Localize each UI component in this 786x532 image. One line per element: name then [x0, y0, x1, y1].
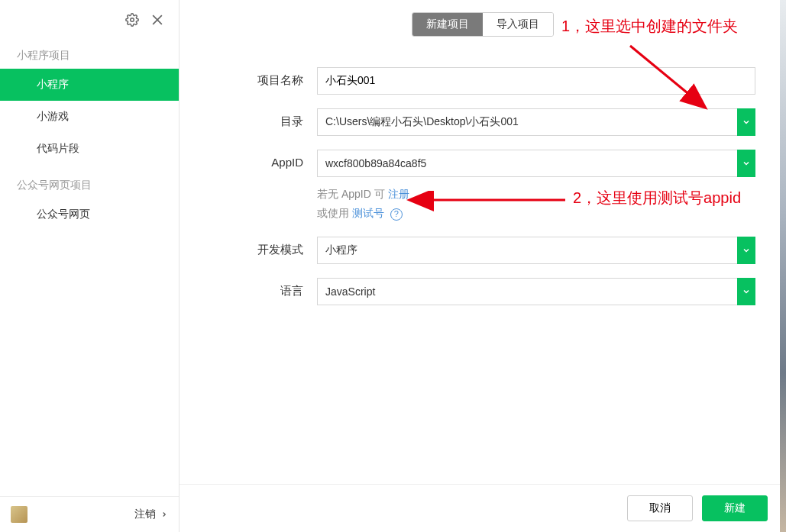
logout-button[interactable]: 注销: [134, 508, 168, 521]
label-dev-mode: 开发模式: [210, 237, 317, 257]
tab-new-project[interactable]: 新建项目: [412, 13, 483, 36]
form: 项目名称 目录 C:\Users\编程小石头\Desktop\小石头001: [180, 37, 786, 319]
chevron-down-icon: [742, 118, 751, 127]
label-appid: AppID: [210, 150, 317, 169]
register-link[interactable]: 注册: [388, 188, 409, 200]
tabs: 新建项目 导入项目: [180, 0, 786, 37]
cancel-button[interactable]: 取消: [627, 495, 693, 521]
sidebar-top: [0, 0, 179, 35]
close-icon[interactable]: [150, 12, 165, 27]
gear-icon[interactable]: [125, 13, 139, 27]
appid-input[interactable]: wxcf800b89a84ca8f5: [317, 150, 737, 177]
hint-or-text: 或使用: [317, 207, 352, 219]
directory-input[interactable]: C:\Users\编程小石头\Desktop\小石头001: [317, 108, 737, 136]
chevron-right-icon: [160, 511, 168, 518]
sidebar-footer: 注销: [0, 496, 179, 532]
sidebar-section-mp: 公众号网页项目: [0, 165, 179, 198]
sidebar-section-miniprogram: 小程序项目: [0, 35, 179, 69]
label-language: 语言: [210, 278, 317, 298]
language-select[interactable]: JavaScript: [317, 278, 737, 305]
right-edge-strip: [780, 0, 786, 532]
main: 新建项目 导入项目 项目名称 目录 C:\Users\编程小石头\Desktop…: [180, 0, 786, 532]
sidebar-item-miniprogram[interactable]: 小程序: [0, 69, 179, 101]
svg-point-0: [131, 18, 134, 22]
sidebar-item-mpweb[interactable]: 公众号网页: [0, 198, 179, 231]
dev-mode-select[interactable]: 小程序: [317, 237, 737, 264]
row-appid: AppID wxcf800b89a84ca8f5 若无 AppID 可 注册 或…: [210, 150, 755, 223]
row-directory: 目录 C:\Users\编程小石头\Desktop\小石头001: [210, 108, 755, 136]
project-name-input[interactable]: [317, 67, 755, 95]
sidebar-item-minigame[interactable]: 小游戏: [0, 101, 179, 133]
create-button[interactable]: 新建: [702, 495, 768, 521]
row-project-name: 项目名称: [210, 67, 755, 95]
chevron-down-icon: [742, 287, 751, 296]
row-language: 语言 JavaScript: [210, 278, 755, 305]
chevron-down-icon: [742, 159, 751, 168]
dev-mode-dropdown-button[interactable]: [737, 237, 755, 264]
label-project-name: 项目名称: [210, 67, 317, 88]
label-directory: 目录: [210, 108, 317, 129]
sidebar: 小程序项目 小程序 小游戏 代码片段 公众号网页项目 公众号网页 注销: [0, 0, 180, 532]
footer: 取消 新建: [180, 484, 786, 532]
appid-hint: 若无 AppID 可 注册 或使用 测试号 ?: [317, 185, 755, 223]
language-dropdown-button[interactable]: [737, 278, 755, 305]
chevron-down-icon: [742, 246, 751, 255]
app-window: 小程序项目 小程序 小游戏 代码片段 公众号网页项目 公众号网页 注销 新建项目…: [0, 0, 786, 532]
tab-import-project[interactable]: 导入项目: [483, 13, 553, 36]
avatar[interactable]: [11, 506, 27, 523]
row-dev-mode: 开发模式 小程序: [210, 237, 755, 264]
tab-group: 新建项目 导入项目: [412, 12, 554, 37]
appid-dropdown-button[interactable]: [737, 150, 755, 177]
sidebar-item-snippet[interactable]: 代码片段: [0, 133, 179, 165]
help-icon[interactable]: ?: [390, 208, 403, 221]
test-account-link[interactable]: 测试号: [352, 207, 384, 219]
directory-browse-button[interactable]: [737, 108, 755, 136]
logout-label: 注销: [134, 508, 156, 521]
hint-text: 若无 AppID 可: [317, 188, 388, 200]
